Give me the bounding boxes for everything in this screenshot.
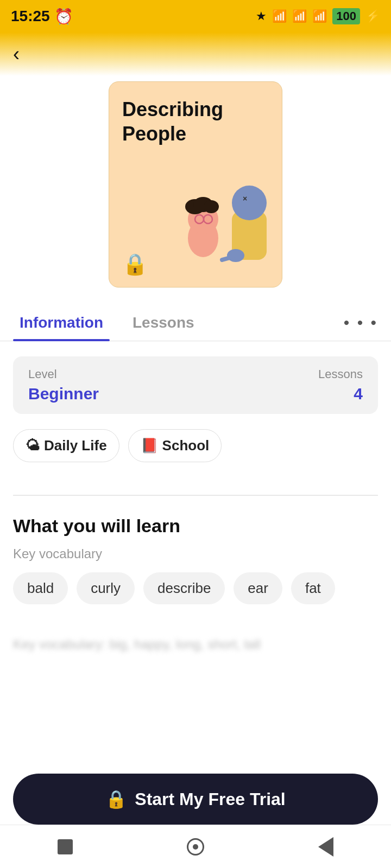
svg-rect-8 [196, 232, 204, 242]
status-bar: 15:25 ⏰ ★ 📶 📶 📶 100 ⚡ [0, 0, 391, 33]
daily-life-icon: 🌤 [26, 437, 40, 454]
tag-daily-life-label: Daily Life [44, 437, 107, 454]
course-card: Describing People 🔒 [109, 81, 282, 288]
divider [13, 495, 378, 496]
tags-row: 🌤 Daily Life 📕 School [13, 429, 378, 462]
alarm-icon: ⏰ [54, 8, 73, 25]
lessons-label: Lessons [318, 367, 363, 381]
level-info: Level Beginner [28, 367, 99, 403]
back-button[interactable]: ‹ [13, 44, 20, 64]
learn-section: What you will learn Key vocabulary bald … [0, 515, 391, 637]
level-card: Level Beginner Lessons 4 [13, 356, 378, 414]
school-icon: 📕 [141, 437, 158, 454]
charging-icon: ⚡ [365, 9, 380, 23]
battery-badge: 100 [332, 8, 360, 24]
signal-icon: 📶 [272, 9, 287, 23]
vocab-word-curly: curly [77, 572, 135, 604]
tag-school-label: School [162, 437, 210, 454]
bottom-nav [0, 825, 391, 868]
nav-back-button[interactable] [179, 831, 212, 863]
tab-lessons[interactable]: Lessons [126, 304, 201, 340]
vocab-word-bald: bald [13, 572, 68, 604]
vocab-word-describe: describe [143, 572, 225, 604]
svg-point-10 [232, 186, 267, 220]
nav-previous-button[interactable] [310, 831, 342, 863]
status-icons: ★ 📶 📶 📶 100 ⚡ [256, 8, 380, 24]
lessons-info: Lessons 4 [318, 367, 363, 403]
level-label: Level [28, 367, 99, 381]
back-icon [187, 838, 204, 856]
start-trial-button[interactable]: 🔒 Start My Free Trial [13, 774, 378, 825]
tabs-bar: Information Lessons • • • [0, 304, 391, 341]
lessons-count: 4 [318, 385, 363, 403]
vocab-word-fat: fat [291, 572, 335, 604]
time-display: 15:25 [11, 8, 50, 25]
signal-icon-2: 📶 [292, 9, 307, 23]
home-icon [58, 839, 73, 854]
level-value: Beginner [28, 385, 99, 403]
nav-home-button[interactable] [49, 831, 81, 863]
svg-point-4 [204, 200, 219, 213]
more-tabs-button[interactable]: • • • [344, 304, 378, 341]
svg-text:×: × [243, 194, 247, 203]
svg-point-12 [227, 249, 244, 262]
svg-line-13 [222, 257, 232, 260]
top-nav: ‹ [0, 33, 391, 76]
course-illustration: × [152, 168, 282, 287]
learn-title: What you will learn [13, 515, 378, 537]
lock-icon: 🔒 [122, 252, 148, 276]
course-card-wrapper: Describing People 🔒 [0, 76, 391, 304]
vocab-word-ear: ear [234, 572, 282, 604]
previous-icon [318, 837, 333, 857]
cta-label: Start My Free Trial [135, 789, 285, 809]
cta-lock-icon: 🔒 [105, 789, 127, 809]
info-section: Level Beginner Lessons 4 🌤 Daily Life 📕 … [0, 341, 391, 495]
course-title: Describing People [122, 97, 269, 146]
bluetooth-icon: ★ [256, 9, 267, 23]
cta-wrapper: 🔒 Start My Free Trial [0, 774, 391, 825]
wifi-icon: 📶 [312, 9, 327, 23]
blurred-content: Key vocabulary: big, happy, long, short,… [0, 637, 391, 652]
status-time: 15:25 ⏰ [11, 8, 73, 25]
tag-daily-life[interactable]: 🌤 Daily Life [13, 429, 119, 462]
tab-information[interactable]: Information [13, 304, 110, 340]
tag-school[interactable]: 📕 School [128, 429, 222, 462]
vocab-tags: bald curly describe ear fat [13, 572, 378, 604]
vocab-label: Key vocabulary [13, 546, 378, 561]
